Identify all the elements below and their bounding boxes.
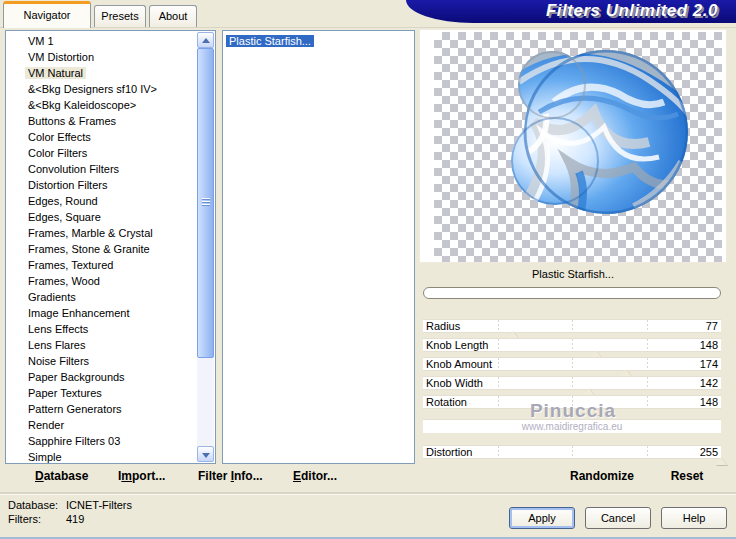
category-item[interactable]: Pattern Generators — [6, 401, 197, 417]
category-item-label: Frames, Textured — [25, 259, 116, 271]
category-item[interactable]: Lens Flares — [6, 337, 197, 353]
category-item[interactable]: Buttons & Frames — [6, 113, 197, 129]
category-listbox: VM 1VM DistortionVM Natural&<Bkg Designe… — [5, 30, 216, 464]
category-item[interactable]: &<Bkg Kaleidoscope> — [6, 97, 197, 113]
slider-tick — [647, 320, 648, 332]
preview-render-starfish — [434, 32, 722, 262]
slider-row-knob-amount: Knob Amount174 — [423, 357, 721, 371]
slider-label: Knob Amount — [426, 358, 492, 370]
category-list: VM 1VM DistortionVM Natural&<Bkg Designe… — [6, 33, 197, 463]
category-item-label: Edges, Square — [25, 211, 104, 223]
slider-value: 77 — [706, 320, 718, 332]
slider-tick — [498, 339, 499, 351]
category-item-label: Pattern Generators — [25, 403, 125, 415]
preview-area — [419, 29, 727, 263]
category-item-label: Image Enhancement — [25, 307, 133, 319]
slider-value: 142 — [700, 377, 718, 389]
category-item-label: Simple — [25, 451, 65, 463]
import-button[interactable]: Import... — [118, 469, 165, 483]
slider-track[interactable] — [423, 459, 721, 464]
slider-row-radius: Radius77 — [423, 319, 721, 333]
slider-tick — [498, 320, 499, 332]
slider-tick — [572, 339, 573, 351]
category-item[interactable]: Paper Textures — [6, 385, 197, 401]
randomize-button[interactable]: Randomize — [547, 469, 657, 483]
category-item[interactable]: Paper Backgrounds — [6, 369, 197, 385]
category-item[interactable]: Lens Effects — [6, 321, 197, 337]
status-filters-label: Filters: — [8, 513, 41, 525]
tab-navigator[interactable]: Navigator — [3, 1, 91, 28]
slider-tick — [647, 358, 648, 370]
help-button[interactable]: Help — [661, 507, 727, 529]
category-scrollbar[interactable] — [197, 32, 214, 462]
category-item[interactable]: Frames, Marble & Crystal — [6, 225, 197, 241]
category-item[interactable]: Image Enhancement — [6, 305, 197, 321]
category-item-label: Sapphire Filters 03 — [25, 435, 123, 447]
thumb-grip — [202, 202, 210, 203]
category-item-label: Distortion Filters — [25, 179, 110, 191]
category-item[interactable]: Frames, Wood — [6, 273, 197, 289]
slider-tick — [498, 358, 499, 370]
editor-button[interactable]: Editor... — [293, 469, 337, 483]
slider-tick — [572, 377, 573, 389]
category-item[interactable]: Render — [6, 417, 197, 433]
category-item[interactable]: Edges, Round — [6, 193, 197, 209]
filters-unlimited-window: Navigator Presets About Filters Unlimite… — [0, 0, 736, 539]
category-item-selected-label: VM Natural — [25, 67, 86, 79]
category-item[interactable]: Distortion Filters — [6, 177, 197, 193]
slider-tick — [498, 446, 499, 458]
category-item[interactable]: Frames, Textured — [6, 257, 197, 273]
filter-item-label: Plastic Starfish... — [226, 35, 314, 47]
category-item-label: Buttons & Frames — [25, 115, 119, 127]
category-item[interactable]: VM 1 — [6, 33, 197, 49]
category-item[interactable]: Color Effects — [6, 129, 197, 145]
scroll-down-icon[interactable] — [197, 446, 214, 462]
tab-presets[interactable]: Presets — [94, 5, 146, 28]
up-arrow-icon — [202, 38, 210, 43]
category-item-label: &<Bkg Designers sf10 IV> — [25, 83, 160, 95]
category-item[interactable]: Gradients — [6, 289, 197, 305]
reset-button[interactable]: Reset — [657, 469, 717, 483]
filter-item[interactable]: Plastic Starfish... — [226, 34, 411, 49]
category-item[interactable]: VM Distortion — [6, 49, 197, 65]
separator-groove — [0, 492, 736, 495]
category-item[interactable]: Convolution Filters — [6, 161, 197, 177]
watermark-name: Pinuccia — [419, 400, 727, 422]
category-item[interactable]: Simple — [6, 449, 197, 463]
tab-about[interactable]: About — [149, 5, 197, 28]
category-item-label: Frames, Wood — [25, 275, 103, 287]
category-item-label: Frames, Stone & Granite — [25, 243, 153, 255]
transparency-checkerboard — [434, 32, 722, 262]
scroll-up-icon[interactable] — [197, 32, 214, 48]
filter-info-button[interactable]: Filter Info... — [198, 469, 263, 483]
category-item-label: VM Distortion — [25, 51, 97, 63]
scrollbar-thumb[interactable] — [197, 48, 214, 358]
category-item[interactable]: Edges, Square — [6, 209, 197, 225]
category-item-label: Gradients — [25, 291, 79, 303]
status-filters-value: 419 — [66, 513, 84, 525]
slider-tick — [647, 339, 648, 351]
slider-thumb[interactable] — [715, 457, 727, 465]
category-item-label: Noise Filters — [25, 355, 92, 367]
database-button[interactable]: Database — [35, 469, 88, 483]
status-filters: Filters: 419 — [8, 513, 41, 525]
category-item-label: Edges, Round — [25, 195, 101, 207]
panel-actions: Randomize Reset — [419, 469, 727, 487]
category-item[interactable]: Sapphire Filters 03 — [6, 433, 197, 449]
category-item[interactable]: Noise Filters — [6, 353, 197, 369]
cancel-button[interactable]: Cancel — [585, 507, 651, 529]
category-item[interactable]: Frames, Stone & Granite — [6, 241, 197, 257]
status-database-label: Database: — [8, 499, 58, 511]
category-item[interactable]: Color Filters — [6, 145, 197, 161]
category-item[interactable]: VM Natural — [6, 65, 197, 81]
window-title: Filters Unlimited 2.0 — [546, 1, 718, 21]
category-item-label: Lens Flares — [25, 339, 88, 351]
slider-tick — [572, 320, 573, 332]
category-item-label: Convolution Filters — [25, 163, 122, 175]
slider-value: 148 — [700, 339, 718, 351]
apply-button[interactable]: Apply — [509, 507, 575, 529]
slider-tick — [572, 358, 573, 370]
status-database-value: ICNET-Filters — [66, 499, 132, 511]
slider-row-distortion: Distortion255 — [423, 445, 721, 459]
category-item[interactable]: &<Bkg Designers sf10 IV> — [6, 81, 197, 97]
